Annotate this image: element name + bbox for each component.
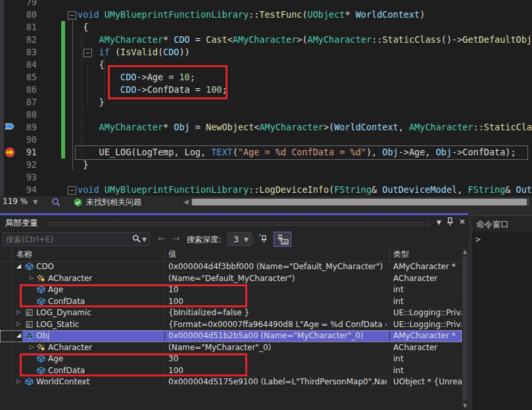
fold-collapse-icon[interactable]: −: [68, 186, 76, 195]
navigate-back-icon[interactable]: ←: [158, 233, 166, 243]
grid-line: [12, 319, 12, 331]
variable-row[interactable]: ▷1LOG_Static{Format=0x00007ffa964490d8 L…: [0, 319, 462, 331]
expand-expander-icon[interactable]: ▷: [16, 309, 21, 315]
code-editor[interactable]: 79808182838485868788899091929394 void UM…: [0, 0, 532, 196]
search-depth-dropdown[interactable]: 3 ▼: [228, 232, 251, 246]
grid-line: [12, 284, 12, 296]
code-line[interactable]: }: [78, 96, 105, 109]
expand-expander-icon[interactable]: ▷: [16, 320, 21, 327]
zoom-level-dropdown[interactable]: 119 %▼: [3, 197, 46, 208]
svg-text:ab: ab: [282, 240, 287, 244]
pin-to-source-button[interactable]: [255, 232, 272, 245]
horizontal-scrollbar[interactable]: [191, 198, 529, 206]
grid-line: [12, 376, 12, 388]
fold-collapse-icon[interactable]: −: [68, 11, 76, 20]
code-line[interactable]: void UMyBlueprintFunctionLibrary::TestFu…: [78, 9, 425, 21]
grid-line: [12, 353, 12, 365]
code-health-indicator[interactable]: 未找到相关问题: [74, 197, 141, 208]
variable-value[interactable]: {bInitialized=false }: [168, 308, 387, 319]
field-icon: [25, 378, 34, 388]
search-depth-value: 3: [228, 235, 244, 244]
code-token: void: [78, 9, 105, 20]
scrollbar-thumb[interactable]: [192, 199, 527, 205]
close-icon[interactable]: ✕: [459, 217, 466, 228]
code-token: ::: [372, 34, 382, 45]
collapse-expander-icon[interactable]: ◢: [16, 332, 21, 338]
code-token: &: [505, 184, 516, 195]
expand-expander-icon[interactable]: ▷: [30, 274, 34, 281]
code-line[interactable]: AMyCharacter* CDO = Cast<AMyCharacter>(A…: [78, 34, 532, 46]
code-line[interactable]: {: [78, 59, 105, 71]
search-icon[interactable]: [132, 233, 141, 245]
code-token: AMyCharacter: [308, 34, 372, 45]
variable-row[interactable]: ▷1LOG_Dynamic{bInitialized=false }UE::Lo…: [0, 307, 462, 319]
code-line[interactable]: if (IsValid(CDO)): [78, 46, 190, 59]
variable-value[interactable]: 0x000004d51b2b5a00 (Name="MyCharacter"_0…: [168, 331, 387, 342]
variable-row[interactable]: ◢CDO0x000004d4f3bbf000 (Name="Default_My…: [0, 261, 462, 273]
grid-line: [12, 296, 12, 308]
code-token: CDO: [174, 34, 189, 45]
variable-type: int: [393, 297, 462, 307]
scroll-left-arrow[interactable]: ◀: [183, 198, 189, 206]
code-token: *: [345, 9, 355, 20]
column-header-value[interactable]: 值: [168, 249, 176, 260]
show-format-specifiers-button[interactable]: ab: [274, 232, 291, 247]
code-line[interactable]: AMyCharacter* Obj = NewObject<AMyCharact…: [78, 121, 532, 134]
code-token: LogDeviceInfo: [259, 184, 329, 195]
variable-value[interactable]: (Name="Default_MyCharacter"): [168, 274, 387, 284]
variable-value[interactable]: 0x000004d5175e9100 (Label=L"ThirdPersonM…: [168, 377, 387, 388]
vertical-scrollbar[interactable]: ▲ ▼: [462, 247, 468, 410]
grid-line: [389, 365, 390, 377]
code-token: void: [78, 184, 105, 195]
toolbar-separator: [253, 234, 253, 243]
command-window-body[interactable]: >: [472, 232, 532, 410]
grid-line: [389, 261, 390, 273]
column-resize-handle[interactable]: [389, 247, 390, 261]
code-token: WorldContext: [334, 122, 399, 132]
check-circle-icon: [74, 198, 82, 207]
column-resize-handle[interactable]: [164, 247, 165, 261]
code-line[interactable]: }: [78, 159, 88, 171]
scrollbar-thumb[interactable]: [462, 257, 468, 400]
variable-row[interactable]: ◢Obj0x000004d51b2b5a00 (Name="MyCharacte…: [0, 330, 462, 342]
pin-icon[interactable]: [447, 217, 454, 228]
chevron-down-icon[interactable]: ▼: [142, 236, 147, 243]
grid-header: 名称 值 类型: [0, 247, 462, 262]
navigate-forward-icon[interactable]: →: [172, 233, 180, 243]
expand-expander-icon[interactable]: ▷: [30, 344, 34, 350]
scroll-up-arrow[interactable]: ▲: [462, 249, 468, 255]
code-health-icon[interactable]: [51, 197, 60, 209]
command-window: 命令窗口 >: [472, 215, 532, 410]
grid-line: [12, 273, 12, 285]
scroll-down-arrow[interactable]: ▼: [462, 403, 468, 409]
variable-row[interactable]: ▷ACharacter(Name="Default_MyCharacter")A…: [0, 273, 462, 285]
grid-line: [164, 330, 165, 342]
code-token: StaticClass: [484, 122, 532, 132]
variable-value[interactable]: 0x000004d4f3bbf000 (Name="Default_MyChar…: [168, 262, 387, 272]
variable-value[interactable]: {Format=0x00007ffa964490d8 L"Age = %d Co…: [168, 320, 387, 330]
visual-studio-debug-window: 79808182838485868788899091929394 void UM…: [0, 0, 532, 410]
fold-collapse-icon[interactable]: −: [84, 49, 92, 57]
locals-title: 局部变量: [5, 218, 38, 229]
code-line[interactable]: {: [78, 21, 88, 34]
column-header-name[interactable]: 名称: [16, 249, 32, 260]
search-box[interactable]: ▼: [3, 232, 150, 246]
variable-type: int: [393, 354, 462, 365]
expand-expander-icon[interactable]: ▷: [16, 378, 21, 384]
locals-annotation-red-box: [20, 284, 247, 307]
variable-value[interactable]: (Name="MyCharacter"_0): [168, 343, 387, 353]
column-header-type[interactable]: 类型: [393, 249, 409, 260]
locals-title-bar[interactable]: 局部变量 ▼ ✕: [0, 215, 468, 231]
code-token: ::: [249, 184, 259, 195]
code-token: Obj: [174, 122, 189, 132]
variable-row[interactable]: ▷WorldContext0x000004d5175e9100 (Label=L…: [0, 376, 462, 388]
window-position-icon[interactable]: ▼: [437, 217, 441, 228]
svg-text:1: 1: [28, 309, 30, 313]
code-token: UMyBlueprintFunctionLibrary: [105, 9, 249, 20]
code-token: &: [372, 184, 382, 195]
variable-row[interactable]: ▷ACharacter(Name="MyCharacter"_0)ACharac…: [0, 342, 462, 354]
search-input[interactable]: [3, 235, 132, 244]
grid-line: [164, 376, 165, 388]
collapse-expander-icon[interactable]: ◢: [16, 263, 21, 269]
code-line[interactable]: void UMyBlueprintFunctionLibrary::LogDev…: [78, 184, 532, 196]
